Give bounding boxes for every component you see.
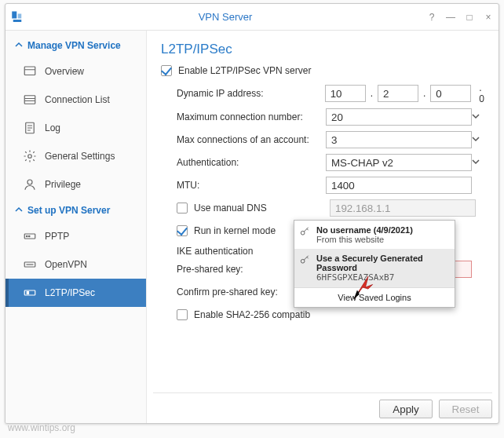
sidebar-item-label: Log — [45, 122, 60, 133]
help-icon[interactable]: ? — [426, 12, 437, 23]
l2tp-icon — [23, 286, 37, 300]
dialog-footer: Apply Reset — [153, 392, 492, 418]
svg-rect-0 — [12, 11, 16, 18]
titlebar: VPN Server ? — □ × — [5, 4, 499, 31]
svg-point-13 — [27, 180, 32, 184]
ip-suffix: . 0 — [479, 82, 484, 104]
mtu-label: MTU: — [177, 180, 326, 191]
sidebar-item-overview[interactable]: Overview — [5, 57, 146, 86]
chevron-down-icon — [472, 134, 480, 145]
sidebar-item-label: Privilege — [45, 179, 81, 190]
key-icon — [299, 226, 310, 237]
window-controls: ? — □ × — [426, 12, 494, 23]
popup-item-sub: From this website — [316, 235, 448, 244]
sidebar-item-l2tp[interactable]: L2TP/IPSec — [5, 279, 146, 307]
manual-dns-label: Use manual DNS — [194, 203, 323, 214]
sidebar-item-general-settings[interactable]: General Settings — [5, 142, 146, 170]
key-icon — [299, 254, 310, 265]
manual-dns-input — [330, 199, 476, 217]
sidebar-item-label: Overview — [45, 66, 84, 77]
svg-rect-19 — [24, 290, 35, 295]
svg-rect-2 — [18, 13, 22, 18]
chevron-up-icon — [15, 40, 23, 51]
password-popup: No username (4/9/2021) From this website… — [294, 220, 455, 308]
openvpn-icon — [23, 257, 37, 272]
popup-item-title: No username (4/9/2021) — [316, 225, 448, 235]
ip-octet1-input[interactable] — [325, 85, 366, 102]
popup-item-generated[interactable]: Use a Securely Generated Password 6HFSGP… — [294, 249, 455, 287]
chevron-down-icon — [472, 157, 480, 168]
mtu-input[interactable] — [326, 177, 472, 194]
enable-server-check[interactable]: Enable L2TP/IPSec VPN server — [161, 65, 484, 76]
minimize-icon[interactable]: — — [445, 12, 456, 23]
checkbox-icon[interactable] — [177, 309, 188, 320]
checkbox-icon[interactable] — [177, 225, 188, 236]
sidebar-item-connection-list[interactable]: Connection List — [5, 86, 146, 114]
maximize-icon[interactable]: □ — [464, 12, 475, 23]
sidebar-item-label: General Settings — [45, 151, 115, 162]
auth-select[interactable] — [326, 154, 472, 171]
svg-point-15 — [27, 235, 28, 237]
popup-item-title: Use a Securely Generated Password — [316, 254, 448, 272]
popup-item-sub: 6HFSGPXEAZSAxB7 — [316, 272, 448, 283]
section-label: Set up VPN Server — [27, 205, 110, 216]
auth-label: Authentication: — [177, 157, 326, 168]
overview-icon — [23, 64, 37, 78]
user-icon — [23, 177, 37, 192]
section-manage-header[interactable]: Manage VPN Service — [5, 34, 146, 57]
svg-point-12 — [28, 155, 32, 159]
window-title: VPN Server — [159, 11, 293, 23]
sidebar-item-privilege[interactable]: Privilege — [5, 170, 146, 199]
gear-icon — [23, 149, 37, 163]
kernel-label: Run in kernel mode — [194, 225, 276, 236]
svg-rect-20 — [27, 292, 28, 294]
checkbox-icon[interactable] — [161, 65, 172, 76]
dynamic-ip-label: Dynamic IP address: — [177, 88, 325, 99]
svg-rect-3 — [24, 67, 35, 75]
watermark: www.wintips.org — [8, 422, 75, 433]
ip-octet2-input[interactable] — [378, 85, 418, 102]
pptp-icon — [23, 229, 37, 243]
checkbox-icon[interactable] — [177, 203, 188, 214]
sha-label: Enable SHA2-256 compatib — [194, 309, 310, 320]
page-title: L2TP/IPSec — [161, 42, 484, 57]
max-conn-select[interactable] — [326, 108, 472, 126]
max-conn-label: Maximum connection number: — [177, 111, 326, 122]
popup-view-saved[interactable]: View Saved Logins — [294, 287, 455, 307]
section-setup-header[interactable]: Set up VPN Server — [5, 199, 146, 222]
log-icon — [23, 121, 37, 135]
sidebar-item-pptp[interactable]: PPTP — [5, 222, 146, 250]
sidebar-item-label: OpenVPN — [45, 259, 87, 270]
sidebar: Manage VPN Service Overview Connection L… — [5, 31, 147, 423]
app-icon — [10, 10, 24, 24]
popup-item-saved[interactable]: No username (4/9/2021) From this website — [294, 221, 455, 249]
sidebar-item-log[interactable]: Log — [5, 114, 146, 142]
sidebar-item-openvpn[interactable]: OpenVPN — [5, 250, 146, 279]
svg-point-22 — [301, 259, 305, 263]
max-acct-label: Max connections of an account: — [177, 134, 326, 145]
apply-button[interactable]: Apply — [379, 400, 433, 418]
close-icon[interactable]: × — [483, 12, 494, 23]
reset-button[interactable]: Reset — [439, 400, 492, 418]
connection-icon — [23, 93, 37, 107]
svg-point-16 — [29, 235, 31, 237]
sidebar-item-label: PPTP — [45, 231, 69, 242]
sidebar-item-label: L2TP/IPSec — [45, 287, 95, 298]
svg-point-21 — [301, 231, 305, 235]
section-label: Manage VPN Service — [27, 40, 121, 51]
window: VPN Server ? — □ × Manage VPN Service Ov… — [5, 3, 499, 424]
sidebar-item-label: Connection List — [45, 94, 110, 105]
enable-label: Enable L2TP/IPSec VPN server — [178, 65, 311, 76]
svg-rect-5 — [24, 96, 35, 104]
max-acct-select[interactable] — [326, 131, 472, 148]
svg-rect-1 — [13, 20, 22, 22]
chevron-down-icon — [472, 111, 480, 122]
chevron-up-icon — [15, 205, 23, 216]
manual-dns-check[interactable]: Use manual DNS — [177, 198, 484, 218]
cursor-arrow-icon — [352, 272, 374, 305]
ip-octet3-input[interactable] — [430, 85, 471, 102]
